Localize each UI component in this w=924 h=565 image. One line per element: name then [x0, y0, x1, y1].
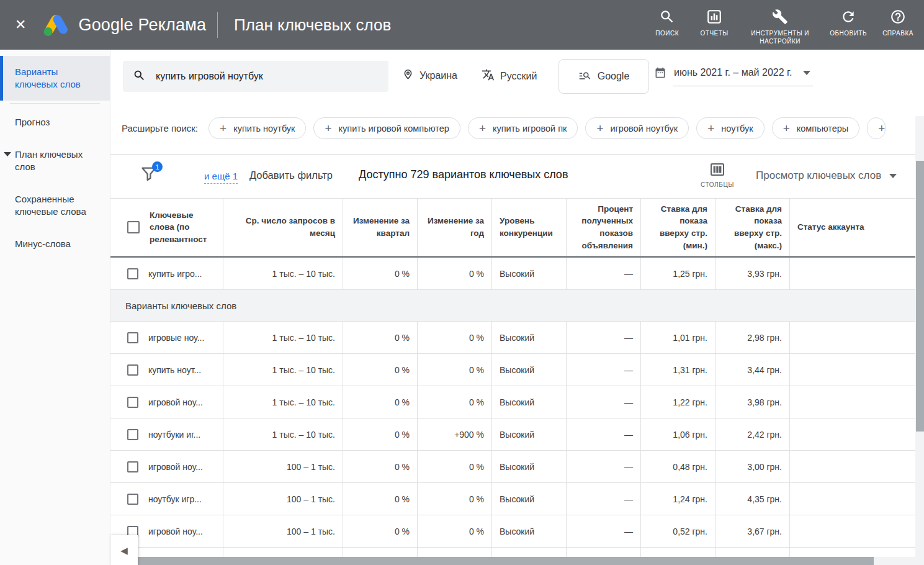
expand-chip-igrovoy-noutbuk[interactable]: + игровой ноутбук [585, 117, 689, 139]
sidebar-item-saved-keywords[interactable]: Сохраненные ключевые слова [0, 183, 110, 228]
avg-searches-value: 1 тыс. – 10 тыс. [223, 418, 343, 450]
more-filters-link[interactable]: и ещё 1 [204, 171, 238, 184]
table-row: ноутбуки иг... 1 тыс. – 10 тыс. 0 % +900… [110, 418, 915, 451]
horizontal-scrollbar[interactable] [137, 557, 924, 565]
keyword-text: игровые ноу... [148, 333, 204, 343]
chevron-down-icon [889, 174, 897, 178]
keyword-text: игровой ноу... [148, 397, 203, 407]
sidebar-item-keyword-plan[interactable]: План ключевых слов [0, 138, 110, 183]
close-icon[interactable]: ✕ [15, 18, 26, 32]
help-button[interactable]: СПРАВКА [882, 5, 914, 37]
location-selector[interactable]: Украина [402, 68, 457, 83]
translate-icon [482, 68, 495, 84]
competition-value: Высокий [492, 418, 567, 450]
account-status-value [790, 483, 915, 515]
sidebar-item-keyword-ideas[interactable]: Варианты ключевых слов [0, 56, 110, 101]
date-range-selector[interactable]: июнь 2021 г. – май 2022 г. [654, 66, 813, 86]
chevron-down-icon [4, 152, 11, 156]
header-impression-share[interactable]: Процент полученных показов объявления [567, 199, 641, 256]
account-status-value [790, 322, 915, 353]
header-top-bid-max[interactable]: Ставка для показа вверху стр. (макс.) [715, 199, 790, 256]
date-range-inner: июнь 2021 г. – май 2022 г. [673, 66, 813, 86]
expand-chip-kompyutery[interactable]: + компьютеры [772, 117, 860, 139]
network-value: Google [598, 71, 630, 82]
yearly-change-value: 0 % [418, 451, 492, 482]
impression-share-value: — [567, 515, 641, 547]
columns-label: СТОЛБЦЫ [701, 181, 734, 188]
header-account-status[interactable]: Статус аккаунта [790, 199, 915, 256]
vertical-scrollbar[interactable] [915, 116, 924, 557]
row-checkbox[interactable] [127, 364, 138, 376]
vertical-scrollbar-thumb[interactable] [916, 161, 924, 432]
avg-searches-value: 1 тыс. – 10 тыс. [223, 386, 343, 418]
language-value: Русский [500, 71, 537, 82]
horizontal-scrollbar-thumb[interactable] [138, 557, 874, 565]
sidebar-item-label: Минус-слова [15, 238, 71, 249]
table-header-row: Ключевые слова (по релевантност Ср. числ… [110, 199, 915, 258]
keyword-text: ноутбуки иг... [148, 430, 200, 440]
keyword-view-dropdown[interactable]: Просмотр ключевых слов [752, 169, 900, 183]
expand-chip-partial[interactable]: + [867, 117, 886, 139]
impression-share-value: — [567, 354, 641, 386]
columns-icon [710, 163, 725, 178]
row-checkbox[interactable] [127, 461, 138, 472]
row-checkbox[interactable] [127, 332, 138, 343]
add-filter-button[interactable]: Добавить фильтр [249, 170, 333, 181]
row-checkbox[interactable] [127, 494, 138, 505]
expand-chip-noutbuk[interactable]: + ноутбук [696, 117, 765, 139]
refresh-label: ОБНОВИТЬ [830, 29, 867, 37]
row-checkbox[interactable] [127, 429, 138, 440]
sidebar-item-negative-keywords[interactable]: Минус-слова [0, 228, 110, 260]
expand-chip-kupit-igrovoy-kompyuter[interactable]: + купить игровой компьютер [313, 117, 460, 139]
row-checkbox[interactable] [127, 397, 138, 408]
impression-share-value: — [567, 418, 641, 450]
yearly-change-value: 0 % [418, 483, 492, 515]
reports-icon [706, 9, 722, 25]
avg-searches-value: 1 тыс. – 10 тыс. [223, 354, 343, 386]
impression-share-value: — [567, 258, 641, 289]
header-label: Ключевые слова (по релевантност [150, 209, 213, 246]
bid-min-value: 1,06 грн. [641, 418, 715, 450]
search-nav-button[interactable]: ПОИСК [651, 5, 683, 37]
sidebar-item-forecast[interactable]: Прогноз [0, 106, 110, 138]
refresh-button[interactable]: ОБНОВИТЬ [830, 5, 867, 37]
competition-value: Высокий [492, 322, 567, 353]
topbar-divider [217, 12, 218, 38]
plus-icon: + [707, 122, 714, 134]
quarterly-change-value: 0 % [343, 483, 418, 515]
expand-chip-kupit-noutbuk[interactable]: + купить ноутбук [209, 117, 306, 139]
columns-button[interactable]: СТОЛБЦЫ [698, 162, 737, 189]
competition-value: Высокий [492, 258, 567, 289]
reports-button[interactable]: ОТЧЕТЫ [698, 5, 730, 37]
network-selector[interactable]: Google [558, 59, 649, 94]
select-all-checkbox[interactable] [127, 221, 140, 233]
avg-searches-value: 100 – 1 тыс. [223, 483, 343, 515]
impression-share-value: — [567, 386, 641, 418]
tools-settings-button[interactable]: ИНСТРУМЕНТЫ И НАСТРОЙКИ [745, 5, 815, 45]
language-selector[interactable]: Русский [482, 68, 537, 84]
header-yearly-change[interactable]: Изменение за год [418, 199, 492, 256]
row-checkbox[interactable] [127, 268, 138, 279]
header-quarterly-change[interactable]: Изменение за квартал [343, 199, 418, 256]
header-competition[interactable]: Уровень конкуренции [492, 199, 567, 256]
keyword-text: купить игро... [148, 269, 202, 279]
filter-funnel-button[interactable]: 1 [140, 165, 159, 184]
network-search-icon [578, 69, 591, 84]
header-avg-searches[interactable]: Ср. число запросов в месяц [223, 199, 343, 256]
section-label: Варианты ключевых слов [125, 301, 236, 311]
table-section-header: Варианты ключевых слов [110, 290, 915, 322]
quarterly-change-value: 0 % [343, 354, 418, 386]
plus-icon: + [596, 122, 603, 134]
keyword-search-input[interactable]: купить игровой ноутбук [123, 61, 388, 92]
help-icon [890, 9, 906, 25]
sidebar-item-label: Прогноз [15, 117, 50, 127]
competition-value: Высокий [492, 451, 567, 482]
header-top-bid-min[interactable]: Ставка для показа вверху стр. (мин.) [641, 199, 715, 256]
quarterly-change-value: 0 % [343, 451, 418, 482]
account-status-value [790, 418, 915, 450]
main-content: купить игровой ноутбук Украина Русский G… [110, 50, 924, 565]
expand-chip-kupit-igrovoy-pk[interactable]: + купить игровой пк [468, 117, 578, 139]
scroll-left-button[interactable]: ◀ [110, 535, 138, 565]
impression-share-value: — [567, 322, 641, 353]
search-icon [659, 9, 675, 25]
